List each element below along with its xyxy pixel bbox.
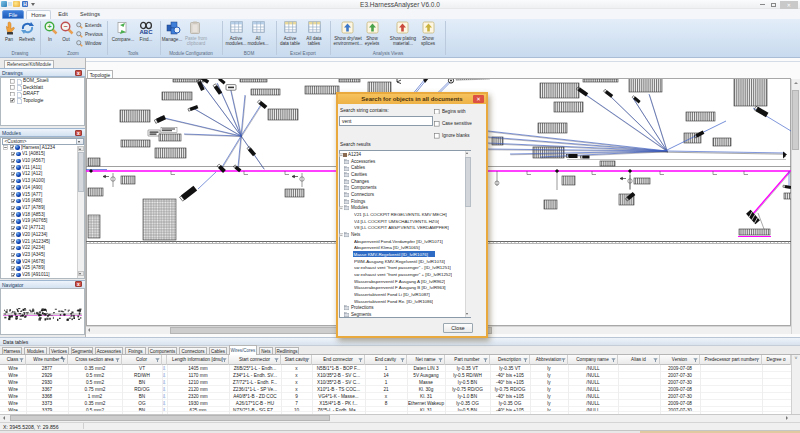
svg-text:+: +	[47, 23, 51, 30]
svg-text:−: −	[63, 23, 67, 30]
svg-text:ABC: ABC	[140, 29, 154, 35]
